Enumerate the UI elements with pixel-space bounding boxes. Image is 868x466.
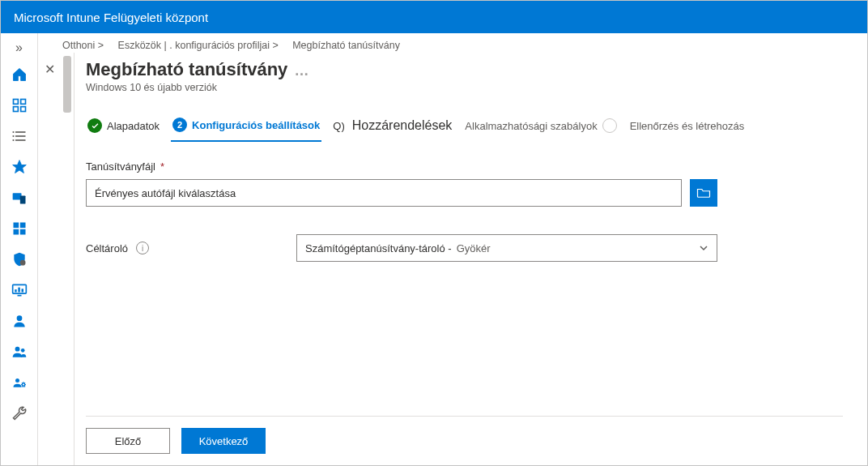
app-frame: Microsoft Intune Felügyeleti központ » [0, 0, 868, 466]
select-value-main: Számítógéptanúsítvány-tároló - [305, 242, 452, 254]
destination-store-label: Céltároló [86, 242, 128, 254]
browse-file-button[interactable] [690, 179, 717, 207]
breadcrumb-profiles[interactable]: Eszközök | . konfigurációs profiljai > [118, 40, 279, 51]
close-icon: ✕ [45, 62, 55, 77]
sidebar-groups[interactable] [1, 336, 38, 367]
gear-people-icon [11, 374, 28, 391]
svg-rect-13 [19, 223, 25, 229]
wizard-footer: Előző Következő [86, 416, 843, 465]
wizard-steps: Alapadatok 2 Konfigurációs beállítások Q… [86, 113, 843, 143]
people-icon [11, 344, 28, 360]
vertical-scrollbar[interactable] [61, 53, 74, 465]
svg-rect-20 [21, 289, 23, 292]
close-button[interactable]: ✕ [41, 61, 57, 77]
svg-rect-12 [13, 223, 19, 229]
wizard-step-label: Ellenőrzés és létrehozás [630, 120, 745, 132]
wizard-step-review[interactable]: Ellenőrzés és létrehozás [628, 115, 747, 140]
required-asterisk-icon: * [160, 160, 164, 173]
field-label-text: Tanúsítványfájl [86, 160, 155, 173]
wizard-step-label: Alkalmazhatósági szabályok [465, 120, 597, 132]
title-more-icon[interactable]: … [294, 62, 308, 79]
svg-rect-19 [18, 288, 20, 293]
sidebar-favorites[interactable] [1, 152, 38, 182]
sidebar-apps[interactable] [1, 213, 38, 244]
apps-icon [11, 220, 28, 237]
certificate-file-value: Érvényes autófájl kiválasztása [95, 187, 236, 199]
select-value-sub: Gyökér [457, 242, 491, 254]
step-ring-icon [602, 118, 617, 133]
shield-icon [11, 251, 28, 267]
sidebar-all-services[interactable] [1, 121, 38, 152]
svg-point-16 [19, 260, 25, 266]
sidebar: » [1, 33, 38, 465]
breadcrumb: Otthoni > Eszközök | . konfigurációs pro… [38, 33, 867, 53]
svg-point-7 [12, 131, 14, 133]
breadcrumb-current: Megbízható tanúsítvány [292, 40, 400, 51]
wizard-step-config[interactable]: 2 Konfigurációs beállítások [171, 113, 321, 142]
home-icon [11, 66, 28, 83]
svg-point-24 [20, 348, 24, 353]
svg-rect-11 [19, 196, 25, 204]
person-icon [11, 313, 28, 329]
svg-point-9 [12, 139, 14, 141]
sidebar-devices[interactable] [1, 182, 38, 213]
wizard-step-label: Alapadatok [107, 120, 160, 132]
page-subtitle: Windows 10 és újabb verziók [86, 82, 843, 93]
certificate-file-label: Tanúsítványfájl * [86, 160, 843, 173]
wizard-step-applicability[interactable]: Alkalmazhatósági szabályok [463, 113, 618, 141]
sidebar-reports[interactable] [1, 275, 38, 306]
wizard-step-assignments[interactable]: Q) Hozzárendelések [331, 113, 453, 141]
destination-store-select[interactable]: Számítógéptanúsítvány-tároló - Gyökér [296, 234, 717, 262]
monitor-chart-icon [11, 282, 28, 298]
svg-point-25 [15, 378, 19, 383]
svg-rect-14 [13, 229, 19, 235]
svg-rect-3 [20, 107, 25, 112]
breadcrumb-home[interactable]: Otthoni > [62, 40, 104, 51]
info-icon[interactable]: i [136, 242, 149, 254]
sidebar-home[interactable] [1, 59, 38, 90]
wrench-icon [11, 405, 28, 421]
sidebar-collapse-toggle[interactable]: » [1, 36, 38, 59]
svg-rect-2 [13, 107, 18, 112]
sidebar-tenant-admin[interactable] [1, 367, 38, 398]
sidebar-troubleshoot[interactable] [1, 398, 38, 429]
sidebar-users[interactable] [1, 306, 38, 336]
list-icon [11, 128, 28, 144]
next-button[interactable]: Következő [181, 428, 266, 454]
app-title-link[interactable]: Microsoft Intune Felügyeleti központ [14, 11, 208, 24]
svg-rect-18 [15, 289, 17, 292]
chevron-down-icon [699, 243, 708, 253]
wizard-step-label: Hozzárendelések [352, 118, 453, 133]
previous-button[interactable]: Előző [86, 428, 170, 454]
page-title: Megbízható tanúsítvány … [86, 59, 843, 80]
svg-rect-0 [13, 100, 18, 105]
svg-point-23 [15, 347, 19, 352]
star-icon [11, 159, 28, 175]
step-number-badge: 2 [172, 118, 187, 132]
devices-icon [11, 190, 28, 206]
wizard-step-basics[interactable]: Alapadatok [86, 113, 161, 141]
dashboard-icon [11, 97, 28, 113]
sidebar-security[interactable] [1, 244, 38, 275]
wizard-step-prefix: Q) [333, 120, 344, 132]
svg-rect-1 [20, 100, 25, 105]
double-chevron-icon: » [15, 41, 23, 55]
check-icon [87, 118, 102, 133]
svg-point-8 [12, 135, 14, 137]
sidebar-dashboard[interactable] [1, 90, 38, 121]
certificate-file-input[interactable]: Érvényes autófájl kiválasztása [86, 179, 682, 207]
svg-point-22 [16, 315, 22, 321]
svg-rect-15 [19, 229, 25, 235]
wizard-step-label: Konfigurációs beállítások [192, 119, 320, 131]
page-title-text: Megbízható tanúsítvány [86, 59, 287, 79]
top-bar: Microsoft Intune Felügyeleti központ [1, 1, 867, 33]
folder-icon [696, 187, 711, 199]
